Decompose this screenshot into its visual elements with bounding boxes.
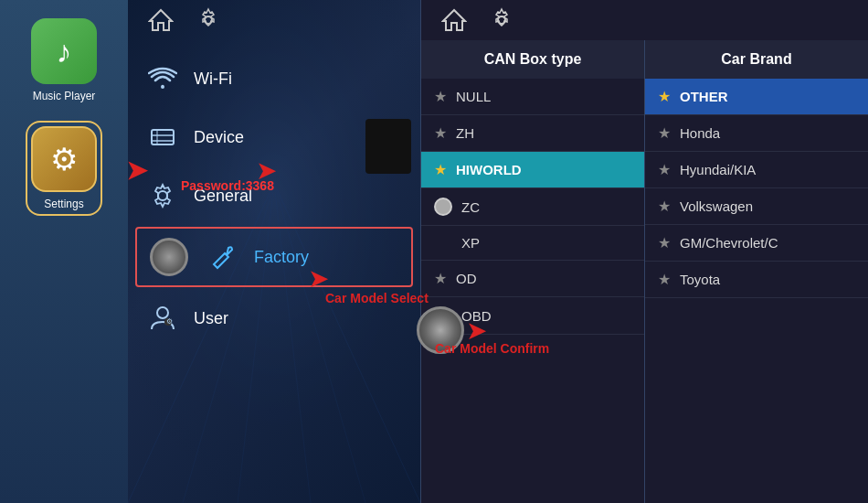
toyota-label: Toyota [680,272,720,287]
brand-hyundai-item[interactable]: ★ Hyundai/KIA [645,152,868,188]
menu-list: Wi-Fi Device General [128,40,420,357]
honda-label: Honda [680,125,720,141]
music-player-app[interactable]: ♪ Music Player [31,18,97,102]
gear-icon[interactable] [194,7,223,33]
device-icon [146,121,179,154]
svg-marker-18 [443,10,465,30]
music-player-icon: ♪ [31,18,97,84]
svg-marker-7 [150,10,172,30]
middle-panel: Wi-Fi Device General [128,0,420,503]
right-panel: CAN Box type ★ NULL ★ ZH ★ HIWORLD ZC [421,0,868,503]
left-sidebar: ♪ Music Player ⚙ Settings [0,0,128,503]
lists-area: CAN Box type ★ NULL ★ ZH ★ HIWORLD ZC [421,40,868,503]
can-null-item[interactable]: ★ NULL [421,79,644,115]
menu-item-wifi[interactable]: Wi-Fi [128,49,420,108]
general-icon [146,179,179,212]
brand-honda-item[interactable]: ★ Honda [645,115,868,152]
right-gear-icon[interactable] [487,7,516,33]
black-box [365,119,411,174]
factory-toggle[interactable] [150,238,188,276]
svg-rect-10 [152,130,174,144]
zh-star-icon: ★ [434,124,447,142]
volkswagen-star-icon: ★ [658,198,671,215]
gm-star-icon: ★ [658,234,671,252]
user-icon: ⚙ [146,302,179,335]
car-brand-header: Car Brand [645,40,868,79]
car-brand-column: Car Brand ★ OTHER ★ Honda ★ Hyundai/KIA … [645,40,868,503]
music-player-label: Music Player [33,90,96,102]
svg-text:⚙: ⚙ [166,317,173,326]
can-hiworld-item[interactable]: ★ HIWORLD [421,152,644,188]
can-box-header: CAN Box type [421,40,644,79]
can-od-item[interactable]: ★ OD [421,261,644,297]
can-xp-item[interactable]: XP [421,226,644,261]
svg-point-9 [161,85,164,89]
factory-wrench-icon [206,241,239,273]
hiworld-star-icon: ★ [434,161,447,178]
honda-star-icon: ★ [658,124,671,142]
zh-label: ZH [456,125,474,141]
middle-top-bar [128,0,420,40]
volkswagen-label: Volkswagen [680,198,753,214]
svg-point-14 [158,191,167,200]
can-box-column: CAN Box type ★ NULL ★ ZH ★ HIWORLD ZC [421,40,645,503]
null-label: NULL [456,89,491,104]
other-label: OTHER [680,89,728,104]
right-home-icon[interactable] [439,7,469,33]
other-star-icon: ★ [658,88,671,105]
home-icon[interactable] [146,7,175,33]
general-arrow: ➤ [256,155,277,186]
zc-circle-icon [434,198,452,216]
brand-other-item[interactable]: ★ OTHER [645,79,868,115]
right-top-bar [421,0,868,40]
od-star-icon: ★ [434,270,447,287]
settings-label: Settings [44,198,83,210]
hyundai-label: Hyundai/KIA [680,162,756,177]
null-star-icon: ★ [434,88,447,105]
car-model-select-label: Car Model Select [325,291,429,305]
settings-app[interactable]: ⚙ Settings [26,121,102,216]
hiworld-label: HIWORLD [456,162,522,177]
brand-toyota-item[interactable]: ★ Toyota [645,262,868,298]
settings-icon: ⚙ [31,126,97,192]
brand-gm-item[interactable]: ★ GM/Chevrolet/C [645,225,868,262]
menu-item-factory[interactable]: Factory [135,227,413,287]
od-label: OD [456,271,477,286]
can-zc-item[interactable]: ZC [421,188,644,226]
factory-label: Factory [254,248,309,267]
wifi-label: Wi-Fi [194,70,232,89]
hyundai-star-icon: ★ [658,161,671,178]
car-model-select-arrow: ➤ [308,263,329,294]
toyota-star-icon: ★ [658,271,671,288]
wifi-icon [146,62,179,95]
device-label: Device [194,128,244,147]
xp-label: XP [461,235,480,251]
gm-label: GM/Chevrolet/C [680,235,778,251]
can-zh-item[interactable]: ★ ZH [421,115,644,152]
zc-label: ZC [461,199,480,215]
device-arrow: ➤ [126,155,147,186]
brand-volkswagen-item[interactable]: ★ Volkswagen [645,188,868,225]
car-model-confirm-label: Car Model Confirm [435,341,549,356]
user-label: User [194,309,228,328]
